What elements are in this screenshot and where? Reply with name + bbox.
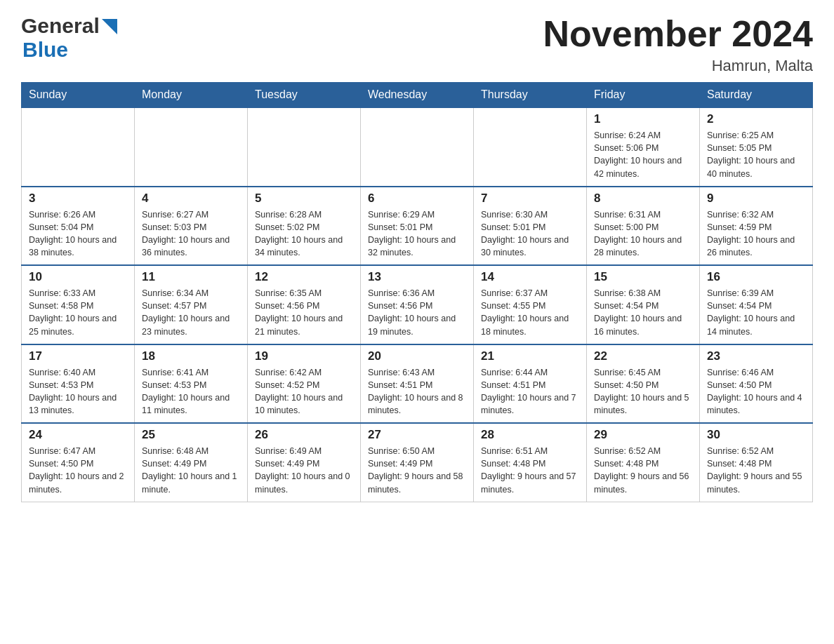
day-info: Sunrise: 6:26 AMSunset: 5:04 PMDaylight:… [29, 208, 127, 260]
day-info: Sunrise: 6:31 AMSunset: 5:00 PMDaylight:… [594, 208, 692, 260]
calendar-cell: 2Sunrise: 6:25 AMSunset: 5:05 PMDaylight… [700, 107, 813, 187]
day-number: 27 [368, 428, 466, 442]
calendar-cell [135, 107, 248, 187]
day-number: 23 [707, 349, 805, 363]
day-info: Sunrise: 6:44 AMSunset: 4:51 PMDaylight:… [481, 366, 579, 417]
calendar-cell: 16Sunrise: 6:39 AMSunset: 4:54 PMDayligh… [700, 265, 813, 344]
day-number: 26 [255, 428, 353, 442]
day-info: Sunrise: 6:47 AMSunset: 4:50 PMDaylight:… [29, 445, 127, 496]
calendar-week-row: 10Sunrise: 6:33 AMSunset: 4:58 PMDayligh… [22, 265, 813, 344]
calendar-cell: 29Sunrise: 6:52 AMSunset: 4:48 PMDayligh… [587, 423, 700, 502]
calendar-cell: 4Sunrise: 6:27 AMSunset: 5:03 PMDaylight… [135, 187, 248, 266]
day-info: Sunrise: 6:49 AMSunset: 4:49 PMDaylight:… [255, 445, 353, 496]
calendar-cell: 17Sunrise: 6:40 AMSunset: 4:53 PMDayligh… [22, 344, 135, 424]
title-section: November 2024 Hamrun, Malta [543, 14, 813, 75]
day-info: Sunrise: 6:37 AMSunset: 4:55 PMDaylight:… [481, 287, 579, 338]
calendar-cell: 24Sunrise: 6:47 AMSunset: 4:50 PMDayligh… [22, 423, 135, 502]
day-number: 1 [594, 112, 692, 126]
calendar-cell: 19Sunrise: 6:42 AMSunset: 4:52 PMDayligh… [248, 344, 361, 424]
calendar-header-row: SundayMondayTuesdayWednesdayThursdayFrid… [22, 83, 813, 108]
col-header-tuesday: Tuesday [248, 83, 361, 108]
calendar-week-row: 1Sunrise: 6:24 AMSunset: 5:06 PMDaylight… [22, 107, 813, 187]
calendar-cell: 3Sunrise: 6:26 AMSunset: 5:04 PMDaylight… [22, 187, 135, 266]
day-info: Sunrise: 6:45 AMSunset: 4:50 PMDaylight:… [594, 366, 692, 417]
day-number: 12 [255, 270, 353, 284]
calendar-cell: 11Sunrise: 6:34 AMSunset: 4:57 PMDayligh… [135, 265, 248, 344]
day-number: 28 [481, 428, 579, 442]
day-number: 4 [142, 192, 240, 206]
logo: General Blue [21, 14, 117, 62]
day-info: Sunrise: 6:29 AMSunset: 5:01 PMDaylight:… [368, 208, 466, 260]
calendar-cell [474, 107, 587, 187]
day-info: Sunrise: 6:48 AMSunset: 4:49 PMDaylight:… [142, 445, 240, 496]
calendar-cell [22, 107, 135, 187]
day-info: Sunrise: 6:51 AMSunset: 4:48 PMDaylight:… [481, 445, 579, 496]
month-title: November 2024 [543, 14, 813, 54]
calendar-cell: 12Sunrise: 6:35 AMSunset: 4:56 PMDayligh… [248, 265, 361, 344]
calendar-cell: 28Sunrise: 6:51 AMSunset: 4:48 PMDayligh… [474, 423, 587, 502]
col-header-monday: Monday [135, 83, 248, 108]
day-info: Sunrise: 6:34 AMSunset: 4:57 PMDaylight:… [142, 287, 240, 338]
day-info: Sunrise: 6:24 AMSunset: 5:06 PMDaylight:… [594, 129, 692, 180]
calendar-cell: 23Sunrise: 6:46 AMSunset: 4:50 PMDayligh… [700, 344, 813, 424]
col-header-saturday: Saturday [700, 83, 813, 108]
calendar-cell: 5Sunrise: 6:28 AMSunset: 5:02 PMDaylight… [248, 187, 361, 266]
calendar-table: SundayMondayTuesdayWednesdayThursdayFrid… [21, 82, 813, 502]
day-number: 15 [594, 270, 692, 284]
calendar-cell: 9Sunrise: 6:32 AMSunset: 4:59 PMDaylight… [700, 187, 813, 266]
day-number: 30 [707, 428, 805, 442]
day-info: Sunrise: 6:50 AMSunset: 4:49 PMDaylight:… [368, 445, 466, 496]
day-number: 19 [255, 349, 353, 363]
day-info: Sunrise: 6:33 AMSunset: 4:58 PMDaylight:… [29, 287, 127, 338]
day-info: Sunrise: 6:41 AMSunset: 4:53 PMDaylight:… [142, 366, 240, 417]
calendar-cell: 25Sunrise: 6:48 AMSunset: 4:49 PMDayligh… [135, 423, 248, 502]
day-number: 13 [368, 270, 466, 284]
day-number: 17 [29, 349, 127, 363]
calendar-week-row: 17Sunrise: 6:40 AMSunset: 4:53 PMDayligh… [22, 344, 813, 424]
calendar-cell: 22Sunrise: 6:45 AMSunset: 4:50 PMDayligh… [587, 344, 700, 424]
day-number: 22 [594, 349, 692, 363]
day-number: 25 [142, 428, 240, 442]
calendar-cell: 14Sunrise: 6:37 AMSunset: 4:55 PMDayligh… [474, 265, 587, 344]
day-info: Sunrise: 6:30 AMSunset: 5:01 PMDaylight:… [481, 208, 579, 260]
day-number: 6 [368, 192, 466, 206]
logo-general-text: General [21, 14, 100, 38]
calendar-cell: 1Sunrise: 6:24 AMSunset: 5:06 PMDaylight… [587, 107, 700, 187]
page-header: General Blue November 2024 Hamrun, Malta [21, 14, 813, 75]
day-info: Sunrise: 6:35 AMSunset: 4:56 PMDaylight:… [255, 287, 353, 338]
day-info: Sunrise: 6:36 AMSunset: 4:56 PMDaylight:… [368, 287, 466, 338]
day-number: 16 [707, 270, 805, 284]
day-number: 20 [368, 349, 466, 363]
col-header-thursday: Thursday [474, 83, 587, 108]
day-number: 21 [481, 349, 579, 363]
day-info: Sunrise: 6:52 AMSunset: 4:48 PMDaylight:… [594, 445, 692, 496]
calendar-cell: 20Sunrise: 6:43 AMSunset: 4:51 PMDayligh… [361, 344, 474, 424]
calendar-cell: 10Sunrise: 6:33 AMSunset: 4:58 PMDayligh… [22, 265, 135, 344]
logo-arrow-icon [102, 19, 117, 34]
day-number: 29 [594, 428, 692, 442]
col-header-wednesday: Wednesday [361, 83, 474, 108]
day-number: 24 [29, 428, 127, 442]
logo-blue-text: Blue [22, 38, 68, 61]
calendar-cell: 21Sunrise: 6:44 AMSunset: 4:51 PMDayligh… [474, 344, 587, 424]
calendar-cell: 15Sunrise: 6:38 AMSunset: 4:54 PMDayligh… [587, 265, 700, 344]
day-info: Sunrise: 6:43 AMSunset: 4:51 PMDaylight:… [368, 366, 466, 417]
calendar-cell: 6Sunrise: 6:29 AMSunset: 5:01 PMDaylight… [361, 187, 474, 266]
day-info: Sunrise: 6:28 AMSunset: 5:02 PMDaylight:… [255, 208, 353, 260]
day-number: 14 [481, 270, 579, 284]
day-number: 10 [29, 270, 127, 284]
day-info: Sunrise: 6:46 AMSunset: 4:50 PMDaylight:… [707, 366, 805, 417]
day-info: Sunrise: 6:40 AMSunset: 4:53 PMDaylight:… [29, 366, 127, 417]
calendar-cell [248, 107, 361, 187]
day-info: Sunrise: 6:32 AMSunset: 4:59 PMDaylight:… [707, 208, 805, 260]
calendar-cell: 30Sunrise: 6:52 AMSunset: 4:48 PMDayligh… [700, 423, 813, 502]
day-info: Sunrise: 6:39 AMSunset: 4:54 PMDaylight:… [707, 287, 805, 338]
calendar-cell: 13Sunrise: 6:36 AMSunset: 4:56 PMDayligh… [361, 265, 474, 344]
day-number: 2 [707, 112, 805, 126]
day-number: 18 [142, 349, 240, 363]
day-info: Sunrise: 6:25 AMSunset: 5:05 PMDaylight:… [707, 129, 805, 180]
day-number: 9 [707, 192, 805, 206]
day-number: 7 [481, 192, 579, 206]
day-number: 11 [142, 270, 240, 284]
calendar-cell: 26Sunrise: 6:49 AMSunset: 4:49 PMDayligh… [248, 423, 361, 502]
